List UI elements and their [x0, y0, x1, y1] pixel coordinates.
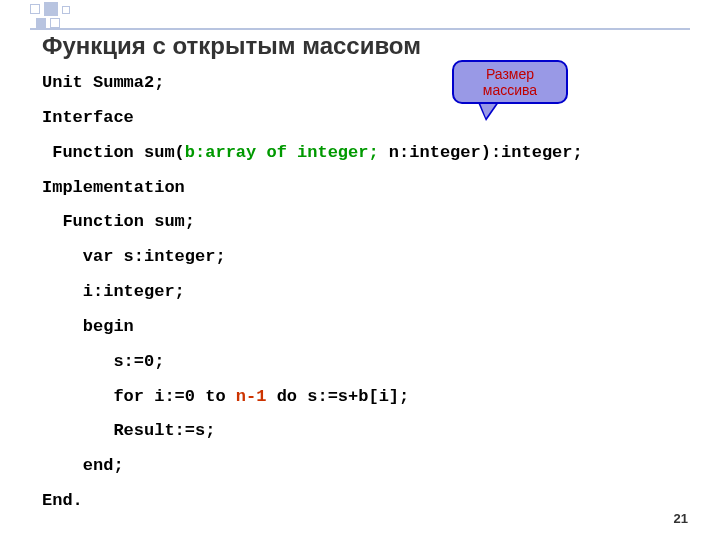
code-line: end;	[42, 456, 124, 475]
code-line: Function sum(	[42, 143, 185, 162]
code-line: Result:=s;	[42, 421, 215, 440]
code-line: for i:=0 to	[42, 387, 236, 406]
code-block: Unit Summa2; Interface Function sum(b:ar…	[42, 66, 583, 519]
code-line: do s:=s+b[i];	[266, 387, 409, 406]
slide-title: Функция с открытым массивом	[42, 32, 421, 60]
code-line: begin	[42, 317, 134, 336]
code-line: End.	[42, 491, 83, 510]
code-line: s:=0;	[42, 352, 164, 371]
code-line: var s:integer;	[42, 247, 226, 266]
code-line: Unit Summa2;	[42, 73, 164, 92]
page-number: 21	[674, 511, 688, 526]
callout-bubble: Размер массива	[452, 60, 568, 104]
code-line: Function sum;	[42, 212, 195, 231]
callout-text: массива	[483, 82, 537, 98]
header-decoration	[0, 0, 720, 30]
code-line: Interface	[42, 108, 134, 127]
code-line: i:integer;	[42, 282, 185, 301]
code-highlight-red: n-1	[236, 387, 267, 406]
code-line: n:integer):integer;	[379, 143, 583, 162]
code-highlight-green: b:array of integer;	[185, 143, 379, 162]
code-line: Implementation	[42, 178, 185, 197]
callout-text: Размер	[486, 66, 534, 82]
